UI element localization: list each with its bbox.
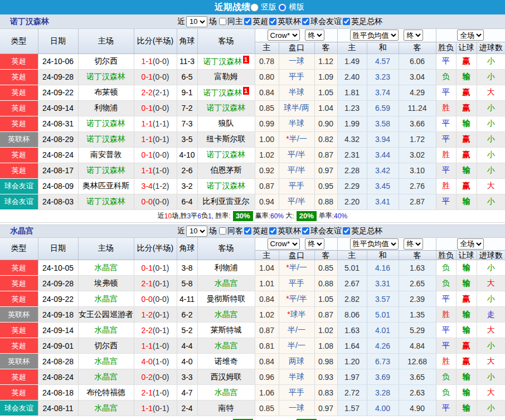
league-checkbox-facup[interactable] (343, 227, 350, 235)
match-row: 英超 24-09-01 切尔西 1-1(1-0) 4-4 水晶宫 0.81 半/… (0, 338, 505, 354)
scope-select[interactable]: 全场 (457, 238, 484, 250)
vertical-layout-radio[interactable] (250, 3, 259, 12)
ah-select-group: Crow* 终 (255, 29, 337, 42)
league-checkbox-friendly[interactable] (302, 227, 309, 235)
score-cell: 0-2(0-0) (134, 369, 177, 385)
mean-home-odds: 1.97 (337, 369, 367, 385)
away-team: 诺丁汉森林1 (197, 85, 255, 100)
corner-count: 7-2 (177, 100, 197, 116)
match-row: 英联杯 24-08-28 水晶宫 4-0(1-0) 4-0 诺维奇 0.84 两… (0, 354, 505, 369)
result-goals: 大 (477, 276, 505, 291)
match-row: 球会友谊 24-08-09 奥林匹亚科斯 3-4(1-2) 3-2 诺丁汉森林 … (0, 178, 505, 194)
mean-final-select[interactable]: 终 (404, 30, 423, 41)
ah-final-select[interactable]: 终 (305, 238, 324, 250)
same-venue-checkbox[interactable] (219, 227, 226, 235)
score-cell: 0-1(0-0) (134, 69, 177, 85)
halftime-score: (0-0) (153, 104, 169, 113)
result-handicap: 赢 (456, 100, 477, 116)
col-header-wdl: 胜负 (436, 251, 456, 260)
mean-draw-odds: 3.45 (367, 178, 399, 194)
handicap-line-text: 两球 (289, 356, 304, 365)
ah-home-odds: 0.96 (255, 369, 279, 385)
ah-line: 平手 (279, 178, 314, 194)
mean-away-odds: 12.68 (399, 354, 436, 369)
handicap-line-text: 半/一 (288, 341, 305, 350)
score-cell: 2-1(1-0) (134, 385, 177, 401)
handicap-line-text: 球半 (290, 310, 306, 319)
result-wdl: 胜 (436, 100, 456, 116)
result-handicap: 赢 (456, 178, 477, 194)
league-checkbox-premier[interactable] (244, 227, 251, 235)
result-goals: 小 (477, 194, 505, 209)
ah-home-odds: 0.78 (255, 53, 279, 69)
same-venue-checkbox[interactable] (219, 18, 226, 25)
home-team-name: 女王公园巡游者 (79, 310, 133, 319)
mean-draw-odds: 6.73 (367, 354, 399, 369)
result-wdl: 负 (436, 260, 456, 276)
fulltime-score: 2-2 (142, 326, 153, 335)
horizontal-layout-radio[interactable] (278, 3, 287, 12)
home-team-name: 诺丁汉森林 (86, 72, 125, 81)
result-handicap: 输 (456, 194, 477, 209)
league-checkbox-friendly[interactable] (302, 18, 309, 25)
col-header-score: 比分(半场) (134, 29, 177, 53)
league-badge: 英超 (0, 260, 38, 276)
result-wdl: 负 (436, 369, 456, 385)
league-badge: 英超 (0, 85, 38, 100)
mean-draw-odds: 3.58 (367, 116, 399, 131)
scope-select[interactable]: 全场 (457, 30, 484, 41)
away-team: 水晶宫 (197, 307, 255, 323)
mean-away-odds: 2.76 (399, 178, 436, 194)
match-count-select[interactable]: 10 (186, 226, 207, 237)
recent-matches-table: 类型 日期 主场 比分(半场) 角球 客场 Crow* 终 胜平负均值 终 (0, 29, 505, 210)
match-row: 英超 24-08-31 诺丁汉森林 1-1(1-1) 7-3 狼队 0.99 半… (0, 116, 505, 131)
league-checkbox-eflcup[interactable] (269, 227, 276, 235)
league-badge: 球会友谊 (0, 178, 38, 194)
home-team-name: 利物浦 (94, 103, 118, 112)
mean-type-select[interactable]: 胜平负均值 (350, 30, 399, 41)
home-team: 切尔西 (78, 53, 134, 69)
ah-home-odds: 0.85 (255, 401, 279, 416)
league-checkbox-facup[interactable] (343, 18, 350, 25)
ah-home-odds: 0.92 (255, 163, 279, 178)
away-team-name: 诺丁汉森林 (203, 88, 242, 97)
match-date: 24-10-06 (38, 53, 78, 69)
home-team-name: 诺丁汉森林 (86, 119, 125, 128)
mean-draw-odds: 3.31 (367, 276, 399, 291)
home-team: 诺丁汉森林 (78, 69, 134, 85)
ah-final-select[interactable]: 终 (305, 30, 324, 41)
home-team-name: 水晶宫 (94, 356, 118, 365)
mean-select-group: 胜平负均值 终 (337, 29, 436, 42)
corner-count: 6-4 (177, 194, 197, 209)
mean-away-odds: 3.04 (399, 69, 436, 85)
col-header-score: 比分(半场) (134, 238, 177, 260)
home-team-name: 切尔西 (94, 341, 118, 350)
home-team: 水晶宫 (78, 354, 134, 369)
league-checkbox-eflcup[interactable] (269, 18, 276, 25)
mean-home-odds: 2.72 (337, 385, 367, 401)
match-row: 英超 24-09-14 利物浦 0-1(0-0) 7-2 诺丁汉森林 0.85 … (0, 100, 505, 116)
handicap-line-text: 平手 (289, 181, 304, 190)
mean-home-odds: 1.99 (337, 116, 367, 131)
score-cell: 1-1(0-1) (134, 131, 177, 147)
match-count-select[interactable]: 10 (186, 16, 207, 27)
away-team-name: 南特 (218, 403, 234, 412)
same-venue-label: 同主 (227, 17, 243, 27)
league-badge: 球会友谊 (0, 401, 38, 416)
mean-away-odds: 1.72 (399, 131, 436, 147)
mean-draw-odds: 3.69 (367, 369, 399, 385)
fulltime-score: 0-1 (142, 104, 153, 113)
league-checkbox-premier[interactable] (244, 18, 251, 25)
odds-company-select[interactable]: Crow* (268, 238, 300, 250)
ah-away-odds: 1.02 (314, 323, 337, 338)
ah-away-odds: 0.87 (314, 147, 337, 163)
away-team-name: 诺丁汉森林 (207, 181, 246, 190)
odds-company-select[interactable]: Crow* (268, 30, 300, 41)
mean-final-select[interactable]: 终 (404, 238, 423, 250)
halftime-score: (0-0) (153, 197, 169, 206)
mean-draw-odds: 3.41 (367, 194, 399, 209)
mean-type-select[interactable]: 胜平负均值 (350, 238, 399, 250)
col-header-ah-home: 主 (255, 42, 279, 53)
away-team: 曼彻斯特联 (197, 291, 255, 307)
match-date: 24-09-22 (38, 85, 78, 100)
